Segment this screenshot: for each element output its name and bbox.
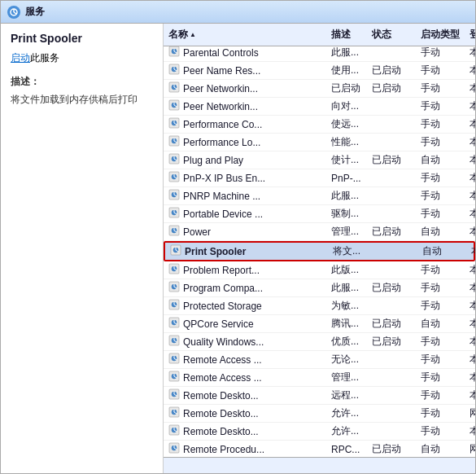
service-name-cell: Performance Lo... <box>164 134 326 151</box>
table-row[interactable]: Peer Name Res...使用...已启动手动本地服务 <box>164 62 475 80</box>
service-startup-cell: 手动 <box>416 369 465 386</box>
table-row[interactable]: Remote Access ...管理...手动本地系统 <box>164 369 475 387</box>
col-logon[interactable]: 登录为 <box>465 26 475 43</box>
service-startup-cell: 手动 <box>416 279 465 296</box>
start-service-area: 启动此服务 <box>11 51 153 65</box>
table-row[interactable]: Program Compa...此服...已启动手动本地系统 <box>164 279 475 297</box>
service-icon <box>168 406 180 420</box>
service-startup-cell: 手动 <box>416 169 465 187</box>
service-status-cell <box>367 213 416 216</box>
service-startup-cell: 自动 <box>417 243 466 260</box>
service-startup-cell: 手动 <box>416 333 465 350</box>
service-desc-cell: 此服... <box>326 187 367 204</box>
table-row[interactable]: Performance Lo...性能...手动本地服务 <box>164 134 475 151</box>
table-row[interactable]: Power管理...已启动自动本地系统 <box>164 223 475 241</box>
table-row[interactable]: Print Spooler将文...自动本地系统 <box>164 241 475 261</box>
service-status-cell: 已启动 <box>367 333 416 350</box>
service-name-text: Remote Access ... <box>183 354 262 366</box>
service-icon <box>168 46 180 59</box>
service-startup-cell: 自动 <box>416 223 465 240</box>
table-row[interactable]: Plug and Play使计...已启动自动本地系统 <box>164 151 475 169</box>
service-icon <box>168 317 180 331</box>
service-icon <box>168 353 180 366</box>
service-name-cell: Remote Deskto... <box>164 387 326 404</box>
service-name-text: Portable Device ... <box>183 208 263 220</box>
table-row[interactable]: PnP-X IP Bus En...PnP-...手动本地系统 <box>164 169 475 187</box>
service-desc-cell: 此服... <box>326 46 367 61</box>
service-logon-cell: 本地服务 <box>465 187 475 204</box>
service-name-text: Problem Report... <box>183 265 260 276</box>
table-row[interactable]: Remote Deskto...允许...手动本地系统 <box>164 423 475 441</box>
table-row[interactable]: Parental Controls此服...手动本地服务 <box>164 46 475 62</box>
table-row[interactable]: QPCore Service腾讯...已启动自动本地系统 <box>164 315 475 333</box>
table-row[interactable]: Portable Device ...驱制...手动本地系统 <box>164 205 475 223</box>
service-name-text: Peer Name Res... <box>183 65 260 77</box>
table-row[interactable]: Peer Networkin...向对...手动本地服务 <box>164 98 475 116</box>
col-name[interactable]: 名称 <box>164 26 326 43</box>
table-row[interactable]: Peer Networkin...已启动已启动手动本地服务 <box>164 80 475 98</box>
table-row[interactable]: Remote Deskto...远程...手动本地系统 <box>164 387 475 405</box>
col-startup[interactable]: 启动类型 <box>416 26 465 43</box>
service-icon <box>168 335 180 349</box>
service-icon <box>168 171 180 185</box>
service-name-cell: Problem Report... <box>164 261 326 279</box>
service-icon <box>168 64 180 77</box>
service-status-cell <box>367 269 416 272</box>
service-name-cell: Remote Access ... <box>164 369 326 386</box>
start-service-link[interactable]: 启动 <box>11 52 30 64</box>
service-logon-cell: 本地系统 <box>465 279 475 296</box>
service-status-cell: 已启动 <box>367 80 416 97</box>
service-startup-cell: 手动 <box>416 134 465 151</box>
service-name-cell: Remote Deskto... <box>164 405 326 422</box>
table-row[interactable]: Remote Deskto...允许...手动网络服务 <box>164 405 475 423</box>
service-desc-cell: 管理... <box>326 223 367 240</box>
table-row[interactable]: Quality Windows...优质...已启动手动本地服务 <box>164 333 475 351</box>
service-startup-cell: 手动 <box>416 351 465 368</box>
service-name-text: PNRP Machine ... <box>183 191 260 202</box>
service-desc-cell: PnP-... <box>326 171 367 186</box>
service-startup-cell: 自动 <box>416 151 465 169</box>
service-icon <box>168 424 180 438</box>
description-label: 描述： <box>11 75 153 89</box>
service-name-cell: Quality Windows... <box>164 333 326 350</box>
service-desc-cell: 使远... <box>326 116 367 133</box>
service-name-text: Remote Access ... <box>183 372 262 384</box>
service-logon-cell: 本地服务 <box>465 62 475 79</box>
table-row[interactable]: Protected Storage为敏...手动本地系统 <box>164 297 475 315</box>
table-row[interactable]: PNRP Machine ...此服...手动本地服务 <box>164 187 475 205</box>
table-row[interactable]: Remote Procedu...RPC...已启动自动网络服务 <box>164 441 475 457</box>
service-desc-cell: 向对... <box>326 98 367 115</box>
service-startup-cell: 手动 <box>416 387 465 404</box>
service-startup-cell: 自动 <box>416 441 465 457</box>
selected-service-name: Print Spooler <box>11 32 153 45</box>
service-icon <box>168 99 180 113</box>
table-row[interactable]: Performance Co...使远...手动本地服务 <box>164 116 475 134</box>
service-name-cell: Program Compa... <box>164 279 326 296</box>
service-logon-cell: 本地系统 <box>465 351 475 368</box>
service-status-cell <box>367 195 416 198</box>
table-row[interactable]: Problem Report...此版...手动本地系统 <box>164 261 475 279</box>
service-desc-cell: 此服... <box>326 279 367 296</box>
service-status-cell <box>367 141 416 144</box>
col-status[interactable]: 状态 <box>367 26 416 43</box>
service-icon <box>170 244 181 258</box>
service-icon <box>168 207 180 221</box>
service-name-cell: QPCore Service <box>164 315 326 332</box>
service-name-text: Remote Procedu... <box>183 444 264 455</box>
service-name-text: Peer Networkin... <box>183 83 258 94</box>
service-name-text: Power <box>183 226 211 238</box>
service-logon-cell: 本地服务 <box>465 80 475 97</box>
service-name-text: Program Compa... <box>183 283 263 294</box>
service-desc-cell: 性能... <box>326 134 367 151</box>
service-logon-cell: 本地系统 <box>465 315 475 332</box>
table-body[interactable]: Offline Files脱机...手动本地系统 Parental Contro… <box>164 46 475 457</box>
service-status-cell: 已启动 <box>367 62 416 79</box>
service-logon-cell: 本地系统 <box>465 205 475 222</box>
service-logon-cell: 本地系统 <box>465 151 475 169</box>
table-row[interactable]: Remote Access ...无论...手动本地系统 <box>164 351 475 369</box>
service-desc-cell: 优质... <box>326 333 367 350</box>
service-name-cell: Power <box>164 223 326 240</box>
service-logon-cell: 本地服务 <box>465 134 475 151</box>
service-name-text: Remote Deskto... <box>183 390 259 402</box>
col-description[interactable]: 描述 <box>326 26 367 43</box>
